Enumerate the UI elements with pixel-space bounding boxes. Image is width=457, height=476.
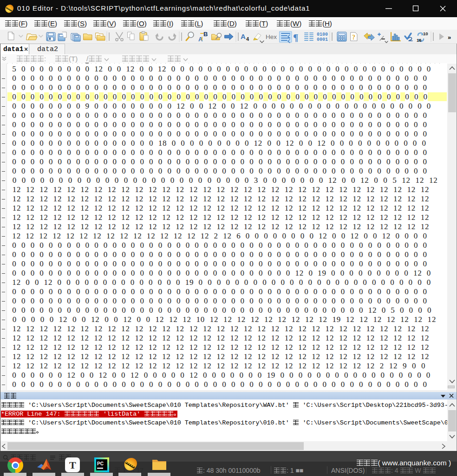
svg-text:»: » [448,34,451,41]
svg-text:4: 4 [246,36,249,42]
svg-text:Hex: Hex [266,33,277,40]
svg-text:0100: 0100 [317,32,328,37]
svg-text:0001: 0001 [317,37,328,42]
svg-text:16: 16 [417,38,422,43]
svg-text:10: 10 [423,31,428,36]
svg-text:¶: ¶ [293,32,298,43]
svg-text:A: A [241,32,246,40]
svg-text:PC: PC [97,461,104,466]
svg-text:B: B [203,31,208,38]
svg-text:?: ? [352,34,355,41]
